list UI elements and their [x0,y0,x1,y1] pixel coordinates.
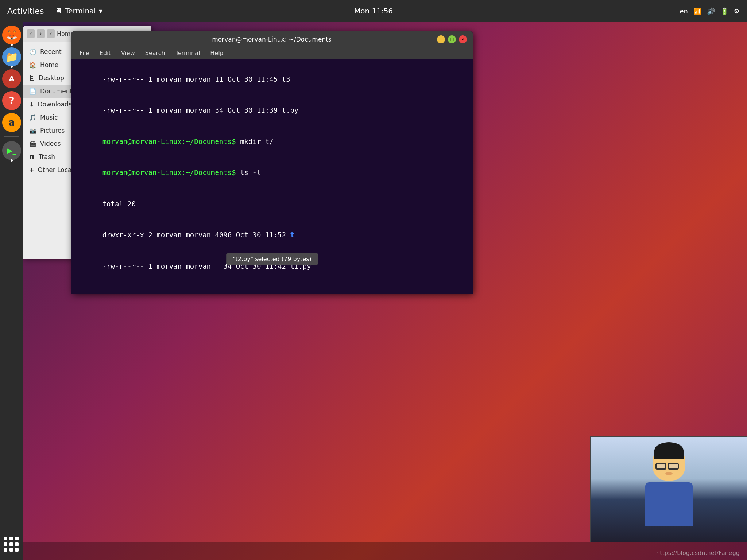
sidebar-label-recent: Recent [40,48,62,55]
status-tooltip: "t2.py" selected (79 bytes) [226,253,318,265]
pictures-icon: 📷 [29,127,36,134]
terminal-menubar: File Edit View Search Terminal Help [71,47,473,59]
minimize-button[interactable]: – [437,35,445,43]
dock-active-indicator [11,44,13,46]
sidebar-label-pictures: Pictures [40,127,65,134]
back-button[interactable]: ‹ [27,29,35,38]
maximize-button[interactable]: □ [448,35,456,43]
videos-icon: 🎬 [29,140,36,147]
terminal-line-2: -rw-r--r-- 1 morvan morvan 34 Oct 30 11:… [77,95,467,126]
output-text: -rw-r--r-- 1 morvan morvan 34 Oct 30 11:… [102,106,299,114]
dock-active-indicator-files [11,66,13,68]
dir-name: t [290,231,294,239]
other-locations-icon: + [29,167,34,174]
menu-terminal[interactable]: Terminal [170,47,205,59]
dock-item-terminal[interactable]: ▶_ [2,141,21,160]
terminal-icon: ▶_ [7,146,16,155]
files-icon: 📁 [5,51,18,63]
output-text: total 20 [102,200,136,208]
sidebar-label-downloads: Downloads [38,101,71,108]
dock-active-indicator-terminal [11,159,13,162]
topbar-app-indicator[interactable]: 🖥 Terminal ▾ [55,7,102,15]
menu-file[interactable]: File [74,47,94,59]
dock-item-files[interactable]: 📁 [2,47,21,66]
application-dock: 🦊 📁 A ? a ▶_ [0,22,23,560]
dock-separator [4,136,19,137]
sidebar-label-music: Music [40,114,58,121]
topbar-clock: Mon 11:56 [354,7,393,15]
trash-icon: 🗑 [29,153,35,160]
menu-view[interactable]: View [116,47,140,59]
sidebar-label-trash: Trash [39,153,55,160]
url-bar: https://blog.csdn.net/Fanegg [656,549,740,556]
sidebar-label-home: Home [40,61,58,69]
terminal-header: morvan@morvan-Linux: ~/Documents – □ × [71,31,473,47]
terminal-window: morvan@morvan-Linux: ~/Documents – □ × F… [71,31,473,294]
topbar: Activities 🖥 Terminal ▾ Mon 11:56 en 📶 🔊… [0,0,747,22]
terminal-line-3: morvan@morvan-Linux:~/Documents$ mkdir t… [77,126,467,157]
forward-button[interactable]: › [37,29,44,38]
show-apps-button[interactable] [4,537,20,553]
menu-search[interactable]: Search [140,47,170,59]
terminal-title: morvan@morvan-Linux: ~/Documents [107,36,437,43]
terminal-line-5: total 20 [77,188,467,219]
desktop-icon: 🗄 [29,75,35,82]
close-button[interactable]: × [459,35,467,43]
dock-item-help[interactable]: ? [2,91,21,110]
webcam-overlay [590,436,747,542]
dock-item-firefox[interactable]: 🦊 [2,26,21,44]
terminal-window-controls: – □ × [437,35,467,43]
activities-button[interactable]: Activities [7,7,44,16]
output-text: -rw-r--r-- 1 morvan morvan 79 Oct 30 11:… [102,293,311,294]
dock-item-fonts[interactable]: A [2,69,21,88]
prompt: morvan@morvan-Linux:~/Documents$ [102,168,236,176]
taskbar [0,542,747,560]
amazon-icon: a [8,117,15,128]
dock-item-amazon[interactable]: a [2,113,21,132]
command-text: ls -l [236,168,261,176]
output-text: -rw-r--r-- 1 morvan morvan 11 Oct 30 11:… [102,75,290,83]
menu-edit[interactable]: Edit [94,47,116,59]
terminal-app-icon: 🖥 [55,7,62,15]
sidebar-label-documents: Documents [40,88,76,95]
home-icon: 🏠 [29,62,36,69]
help-icon: ? [9,95,14,106]
terminal-line-1: -rw-r--r-- 1 morvan morvan 11 Oct 30 11:… [77,63,467,95]
topbar-app-arrow: ▾ [99,7,102,15]
parent-button[interactable]: ‹ [47,29,55,38]
settings-icon[interactable]: ⚙ [734,7,740,15]
webcam-feed [591,437,747,542]
sidebar-label-desktop: Desktop [39,74,64,82]
terminal-line-6: drwxr-xr-x 2 morvan morvan 4096 Oct 30 1… [77,219,467,251]
fonts-icon: A [9,74,14,83]
battery-icon: 🔋 [720,7,728,15]
downloads-icon: ⬇ [29,101,34,108]
topbar-right-area: en 📶 🔊 🔋 ⚙ [680,7,740,15]
command-text: mkdir t/ [236,137,274,145]
terminal-line-4: morvan@morvan-Linux:~/Documents$ ls -l [77,157,467,188]
sidebar-label-videos: Videos [40,140,61,147]
volume-icon: 🔊 [707,7,715,15]
topbar-app-label: Terminal [65,7,96,15]
terminal-line-8: -rw-r--r-- 1 morvan morvan 79 Oct 30 11:… [77,282,467,294]
lang-indicator[interactable]: en [680,7,688,15]
firefox-icon: 🦊 [6,30,18,40]
documents-icon: 📄 [29,88,36,95]
recent-icon: 🕐 [29,48,36,55]
wifi-icon: 📶 [693,7,701,15]
prompt: morvan@morvan-Linux:~/Documents$ [102,137,236,145]
music-icon: 🎵 [29,114,36,121]
menu-help[interactable]: Help [205,47,228,59]
output-text: drwxr-xr-x 2 morvan morvan 4096 Oct 30 1… [102,231,290,239]
